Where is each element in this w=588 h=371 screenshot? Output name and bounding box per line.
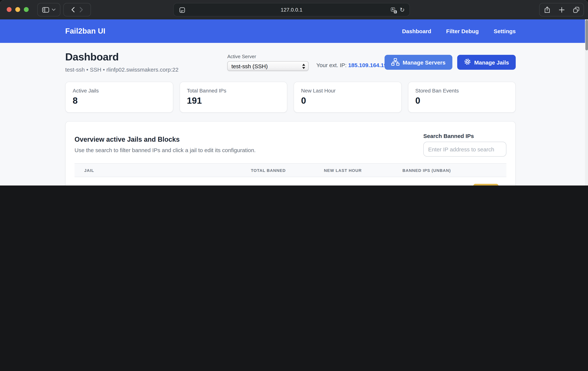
nav-item-filter-debug[interactable]: Filter Debug bbox=[446, 28, 479, 34]
active-server-label: Active Server bbox=[227, 54, 309, 59]
overview-subtitle: Use the search to filter banned IPs and … bbox=[74, 147, 256, 153]
translate-icon[interactable]: A 文 bbox=[391, 7, 396, 13]
search-banned-ips-label: Search Banned IPs bbox=[423, 133, 506, 139]
fullscreen-button[interactable] bbox=[24, 7, 29, 12]
external-ip: Your ext. IP: 185.109.164.199 bbox=[316, 62, 390, 68]
stat-card-stored-ban-events: Stored Ban Events 0 bbox=[408, 82, 516, 113]
sitemap-icon bbox=[391, 58, 399, 66]
stat-card-new-last-hour: New Last Hour 0 bbox=[294, 82, 401, 113]
address-bar[interactable]: 127.0.0.1 A 文 ↻ bbox=[173, 3, 410, 16]
tab-overview-icon[interactable] bbox=[573, 7, 579, 13]
stat-card-total-banned: Total Banned IPs 191 bbox=[179, 82, 287, 113]
external-ip-label: Your ext. IP: bbox=[316, 62, 346, 68]
gear-icon bbox=[464, 58, 471, 66]
app-navbar: Fail2ban UI Dashboard Filter Debug Setti… bbox=[0, 19, 588, 43]
sidebar-toggle-button[interactable] bbox=[37, 3, 60, 16]
scrollbar-thumb[interactable] bbox=[585, 20, 588, 50]
external-ip-value: 185.109.164.199 bbox=[348, 62, 390, 68]
select-stepper-icon bbox=[302, 63, 305, 70]
col-total-banned: TOTAL BANNED bbox=[239, 168, 298, 173]
jails-table: JAIL TOTAL BANNED NEW LAST HOUR BANNED I… bbox=[74, 163, 506, 186]
col-jail: JAIL bbox=[74, 168, 239, 173]
active-server-select[interactable]: test-ssh (SSH) bbox=[227, 61, 309, 71]
app-brand[interactable]: Fail2ban UI bbox=[65, 27, 105, 35]
active-server-value: test-ssh (SSH) bbox=[231, 63, 268, 69]
banned-ip-list: 113.31.186.146 Unban 121.237.36.31 Unban bbox=[402, 182, 499, 186]
stat-value: 191 bbox=[187, 96, 280, 106]
col-new-last-hour: NEW LAST HOUR bbox=[298, 168, 388, 173]
stat-cards: Active Jails 8 Total Banned IPs 191 New … bbox=[65, 82, 516, 113]
back-button[interactable] bbox=[71, 7, 74, 12]
share-icon[interactable] bbox=[544, 6, 550, 13]
new-tab-icon[interactable] bbox=[559, 7, 564, 12]
traffic-lights bbox=[7, 7, 29, 12]
forward-button[interactable] bbox=[80, 7, 83, 12]
table-row: apache-auth 19 0 113.31.186.146 Unban bbox=[74, 177, 506, 186]
toolbar-actions-group bbox=[539, 3, 584, 16]
reload-icon[interactable]: ↻ bbox=[400, 7, 405, 13]
stat-value: 8 bbox=[73, 96, 166, 106]
jails-overview-panel: Overview active Jails and Blocks Use the… bbox=[65, 121, 516, 186]
col-banned-ips: BANNED IPS (UNBAN) bbox=[388, 168, 506, 173]
browser-chrome: 127.0.0.1 A 文 ↻ bbox=[0, 0, 588, 19]
url-text[interactable]: 127.0.0.1 bbox=[174, 3, 410, 16]
stat-label: New Last Hour bbox=[301, 88, 394, 94]
page-title: Dashboard bbox=[65, 51, 119, 63]
manage-jails-button[interactable]: Manage Jails bbox=[457, 55, 516, 70]
screen: 127.0.0.1 A 文 ↻ bbox=[0, 0, 588, 186]
stat-card-active-jails: Active Jails 8 bbox=[65, 82, 173, 113]
table-header: JAIL TOTAL BANNED NEW LAST HOUR BANNED I… bbox=[74, 163, 506, 177]
nav-item-dashboard[interactable]: Dashboard bbox=[402, 28, 431, 34]
nav-item-settings[interactable]: Settings bbox=[494, 28, 516, 34]
banned-ip-row: 113.31.186.146 Unban bbox=[402, 182, 499, 186]
browser-window: 127.0.0.1 A 文 ↻ bbox=[0, 0, 588, 186]
unban-button[interactable]: Unban bbox=[473, 184, 499, 186]
dashboard-page: Dashboard test-ssh • SSH • rlinfp02.swis… bbox=[0, 43, 588, 186]
stat-value: 0 bbox=[301, 96, 394, 106]
search-banned-ips-input[interactable] bbox=[423, 142, 506, 157]
sidebar-icon bbox=[42, 7, 49, 12]
manage-servers-button[interactable]: Manage Servers bbox=[384, 55, 452, 70]
overview-title: Overview active Jails and Blocks bbox=[74, 136, 256, 143]
stat-value: 0 bbox=[415, 96, 508, 106]
chevron-down-icon bbox=[52, 9, 55, 11]
stat-label: Active Jails bbox=[73, 88, 166, 94]
close-button[interactable] bbox=[7, 7, 11, 12]
stat-label: Total Banned IPs bbox=[187, 88, 280, 94]
history-nav-group bbox=[63, 3, 91, 16]
scrollbar-track[interactable] bbox=[585, 19, 588, 186]
page-subtitle: test-ssh • SSH • rlinfp02.swissmakers.co… bbox=[65, 66, 178, 73]
stat-label: Stored Ban Events bbox=[415, 88, 508, 94]
minimize-button[interactable] bbox=[15, 7, 20, 12]
